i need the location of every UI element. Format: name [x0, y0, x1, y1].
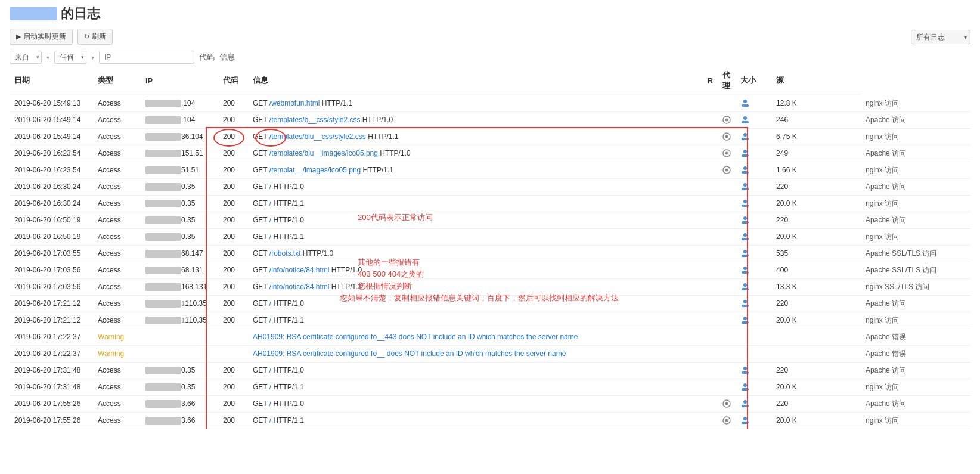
cell-source: Apache 访问 — [861, 111, 970, 128]
user-icon — [740, 132, 750, 141]
svg-point-24 — [743, 233, 747, 237]
cell-code: 200 — [218, 128, 248, 145]
svg-rect-27 — [742, 255, 749, 257]
cell-source: nginx 访问 — [861, 379, 970, 395]
cell-ip: 0.35 — [141, 362, 218, 379]
realtime-update-button[interactable]: ▶ 启动实时更新 — [10, 29, 73, 45]
ip-filter-input[interactable] — [99, 51, 194, 64]
cell-source: Apache 访问 — [861, 395, 970, 412]
cell-date: 2019-06-20 17:55:26 — [10, 395, 93, 412]
log-selector[interactable]: 所有日志 — [911, 30, 970, 44]
cell-date: 2019-06-20 17:21:12 — [10, 295, 93, 312]
cell-ip: 0.35 — [141, 212, 218, 228]
cell-type: Access — [93, 111, 141, 128]
svg-point-4 — [743, 116, 747, 120]
svg-point-16 — [743, 166, 747, 170]
cell-ip: 151.51 — [141, 145, 218, 162]
user-icon — [740, 182, 750, 191]
cell-ip: 3.66 — [141, 412, 218, 429]
cell-type: Access — [93, 278, 141, 295]
cell-ip: 1110.35 — [141, 312, 218, 329]
cell-size: 220 — [771, 178, 861, 195]
ip-blur — [145, 300, 181, 308]
cell-source: Apache SSL/TLS 访问 — [861, 245, 970, 262]
refresh-button[interactable]: ↻ 刷新 — [77, 29, 113, 45]
cell-code: 200 — [218, 278, 248, 295]
cell-source: nginx 访问 — [861, 162, 970, 178]
cell-source: Apache 访问 — [861, 295, 970, 312]
col-header-code: 代码 — [218, 66, 248, 95]
cell-code — [218, 329, 248, 345]
col-header-ip: IP — [141, 66, 218, 95]
cell-proxy — [718, 345, 736, 362]
ip-blur — [145, 267, 181, 274]
cell-proxy — [718, 228, 736, 245]
cell-proxy — [718, 312, 736, 329]
cell-date: 2019-06-20 16:30:24 — [10, 195, 93, 212]
cell-source: Apache 错误 — [861, 329, 970, 345]
cell-proxy — [718, 178, 736, 195]
svg-point-41 — [725, 402, 728, 405]
cell-proxy — [718, 278, 736, 295]
any-filter[interactable]: 任何 — [54, 51, 86, 64]
cell-size: 20.0 K — [771, 412, 861, 429]
cell-r — [703, 195, 718, 212]
user-icon — [740, 249, 750, 258]
cell-ip: .104 — [141, 111, 218, 128]
cell-date: 2019-06-20 15:49:14 — [10, 128, 93, 145]
svg-rect-21 — [742, 205, 749, 207]
table-row: 2019-06-20 15:49:13Access.104200GET /web… — [10, 95, 970, 112]
user-icon — [740, 382, 750, 392]
col-header-size: 大小 — [736, 66, 771, 95]
cell-proxy — [718, 362, 736, 379]
cell-code: 200 — [218, 245, 248, 262]
cell-source: nginx 访问 — [861, 412, 970, 429]
cell-proxy — [718, 329, 736, 345]
table-row: 2019-06-20 16:50:19Access0.35200GET / HT… — [10, 212, 970, 228]
cell-size: 20.0 K — [771, 228, 861, 245]
gear-icon — [722, 166, 731, 174]
cell-code: 200 — [218, 362, 248, 379]
user-icon — [740, 265, 750, 275]
cell-proxy — [718, 111, 736, 128]
ip-blur — [145, 283, 181, 291]
cell-info: GET /templat__/images/ico05.png HTTP/1.1 — [248, 162, 703, 178]
col-header-r: R — [703, 66, 718, 95]
gear-icon — [722, 132, 731, 141]
ip-blur — [145, 216, 181, 224]
cell-proxy — [718, 212, 736, 228]
svg-rect-13 — [742, 154, 749, 157]
cell-r — [703, 228, 718, 245]
cell-size: 246 — [771, 111, 861, 128]
cell-date: 2019-06-20 17:03:56 — [10, 278, 93, 295]
cell-ip — [141, 329, 218, 345]
cell-type: Warning — [93, 329, 141, 345]
cell-user — [736, 278, 771, 295]
cell-r — [703, 111, 718, 128]
cell-r — [703, 295, 718, 312]
cell-type: Access — [93, 145, 141, 162]
cell-ip: 0.35 — [141, 228, 218, 245]
svg-rect-1 — [742, 104, 749, 107]
cell-type: Access — [93, 412, 141, 429]
cell-proxy — [718, 162, 736, 178]
source-filter[interactable]: 来自 — [10, 51, 42, 64]
cell-size: 12.8 K — [771, 95, 861, 112]
cell-size: 20.0 K — [771, 195, 861, 212]
svg-point-32 — [743, 300, 747, 303]
cell-user — [736, 145, 771, 162]
gear-icon — [722, 399, 731, 408]
svg-point-12 — [743, 150, 747, 153]
svg-point-15 — [725, 169, 728, 172]
cell-info: AH01909: RSA certificate configured fo__… — [248, 345, 703, 362]
cell-r — [703, 212, 718, 228]
cell-type: Access — [93, 228, 141, 245]
user-icon — [740, 148, 750, 158]
gear-icon — [722, 149, 731, 157]
cell-info: GET / HTTP/1.1 — [248, 312, 703, 329]
svg-rect-33 — [742, 305, 749, 307]
cell-size: 13.3 K — [771, 278, 861, 295]
ip-blur — [145, 100, 181, 107]
cell-date: 2019-06-20 17:21:12 — [10, 312, 93, 329]
cell-info: AH01909: RSA certificate configured fo__… — [248, 329, 703, 345]
